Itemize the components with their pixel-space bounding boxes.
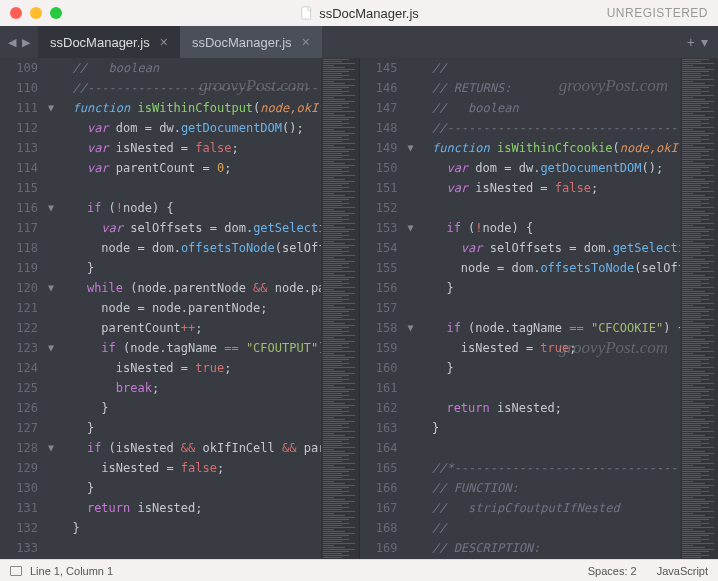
editor-pane-right[interactable]: 145 146 147 148 149 150 151 152 153 154 … [359,58,719,559]
registration-status: UNREGISTERED [607,6,708,20]
tab-label: ssDocManager.js [192,35,292,50]
panel-icon[interactable] [10,566,22,576]
tab-overflow-icon[interactable]: ▾ [701,34,708,50]
zoom-window-button[interactable] [50,7,62,19]
minimap-left[interactable] [321,58,359,559]
minimap-right[interactable] [680,58,718,559]
file-icon [299,6,313,20]
window-controls [10,7,62,19]
nav-back-icon[interactable]: ◀ [8,36,16,49]
status-bar: Line 1, Column 1 Spaces: 2 JavaScript [0,559,718,581]
close-icon[interactable]: × [302,34,310,50]
new-tab-icon[interactable]: + [687,34,695,50]
titlebar: ssDocManager.js UNREGISTERED [0,0,718,26]
line-gutter-left: 109 110 111 112 113 114 115 116 117 118 … [0,58,44,559]
tab-bar: ◀ ▶ ssDocManager.js × ssDocManager.js × … [0,26,718,58]
window-title: ssDocManager.js [299,6,419,21]
editor-pane-left[interactable]: 109 110 111 112 113 114 115 116 117 118 … [0,58,359,559]
svg-rect-0 [302,7,311,19]
nav-forward-icon[interactable]: ▶ [22,36,30,49]
tab-file-2[interactable]: ssDocManager.js × [180,26,322,58]
nav-arrows: ◀ ▶ [0,26,38,58]
close-window-button[interactable] [10,7,22,19]
fold-column-left[interactable]: ▼ ▼ ▼ ▼ ▼ [44,58,58,559]
title-filename: ssDocManager.js [319,6,419,21]
tab-label: ssDocManager.js [50,35,150,50]
close-icon[interactable]: × [160,34,168,50]
minimize-window-button[interactable] [30,7,42,19]
tab-file-1[interactable]: ssDocManager.js × [38,26,180,58]
line-gutter-right: 145 146 147 148 149 150 151 152 153 154 … [360,58,404,559]
code-content-right[interactable]: // // RETURNS: // boolean //------------… [418,58,681,559]
fold-column-right[interactable]: ▼ ▼ ▼ [404,58,418,559]
indentation-status[interactable]: Spaces: 2 [588,565,637,577]
editor-area: 109 110 111 112 113 114 115 116 117 118 … [0,58,718,559]
cursor-position[interactable]: Line 1, Column 1 [30,565,113,577]
code-content-left[interactable]: // boolean //---------------------------… [58,58,321,559]
language-status[interactable]: JavaScript [657,565,708,577]
